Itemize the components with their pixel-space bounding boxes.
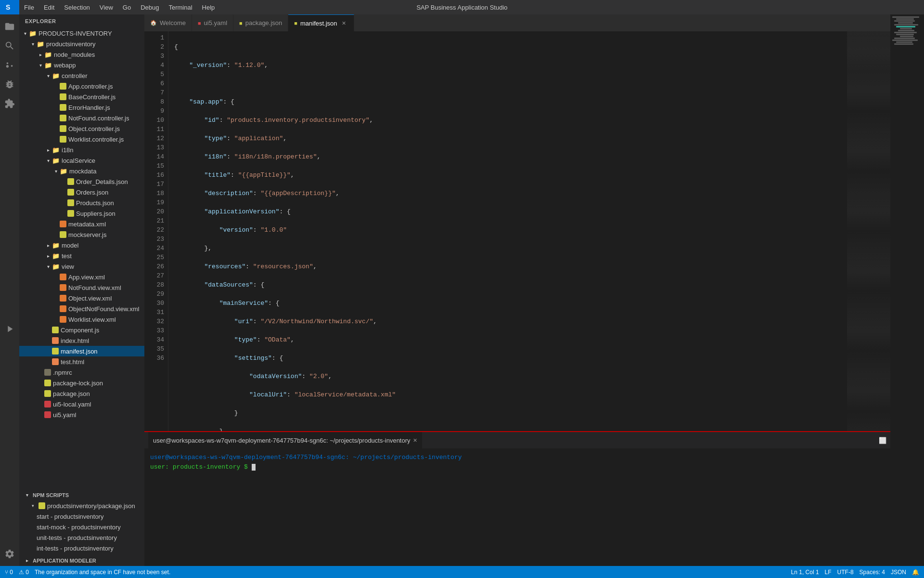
terminal-expand-icon[interactable]: ⬜	[879, 437, 886, 444]
status-notifications[interactable]: 🔔	[912, 569, 919, 576]
tree-item-products[interactable]: Products.json	[19, 197, 144, 208]
tab-manifestjson[interactable]: ■ manifest.json ✕	[288, 14, 354, 31]
menu-file[interactable]: File	[19, 0, 39, 14]
tree-label: index.html	[61, 337, 89, 344]
status-indentation[interactable]: Spaces: 4	[860, 569, 885, 576]
tree-item-ui5-yaml[interactable]: ui5.yaml	[19, 409, 144, 420]
status-encoding[interactable]: UTF-8	[837, 569, 854, 576]
activity-icon-extensions[interactable]	[0, 94, 19, 113]
tree-label: Products.json	[76, 199, 114, 207]
activity-icon-scm[interactable]	[0, 55, 19, 75]
tree-item-base-controller[interactable]: BaseController.js	[19, 92, 144, 102]
tree-item-ui5-local-yaml[interactable]: ui5-local.yaml	[19, 399, 144, 409]
tab-ui5yaml[interactable]: ■ ui5.yaml	[192, 14, 233, 31]
activity-icon-settings[interactable]	[0, 544, 19, 564]
menu-terminal[interactable]: Terminal	[164, 0, 197, 14]
npm-script-start[interactable]: start - productsinventory	[19, 511, 144, 522]
file-icon	[38, 502, 45, 509]
tree-item-package-lock[interactable]: package-lock.json	[19, 378, 144, 388]
terminal-tab[interactable]: user@workspaces-ws-w7qvm-deployment-7647…	[148, 432, 422, 449]
tab-bar: 🏠 Welcome ■ ui5.yaml ■ package.json ■ ma…	[144, 14, 890, 31]
tree-item-manifest[interactable]: manifest.json	[19, 346, 144, 356]
tree-item-controller[interactable]: 📁 controller	[19, 70, 144, 81]
tree-item-products-inventory[interactable]: 📁 PRODUCTS-INVENTORY	[19, 28, 144, 39]
tree-item-mockserver[interactable]: mockserver.js	[19, 229, 144, 240]
tree-label: manifest.json	[61, 348, 98, 355]
tree-arrow	[29, 40, 37, 48]
menu-debug[interactable]: Debug	[136, 0, 164, 14]
activity-icon-run[interactable]	[0, 319, 19, 339]
tree-item-object-view[interactable]: Object.view.xml	[19, 293, 144, 303]
tree-item-test[interactable]: 📁 test	[19, 250, 144, 261]
tree-item-local-service[interactable]: 📁 localService	[19, 155, 144, 166]
tab-packagejson[interactable]: ■ package.json	[233, 14, 288, 31]
tree-item-object-controller[interactable]: Object.controller.js	[19, 123, 144, 134]
tree-item-mockdata[interactable]: 📁 mockdata	[19, 166, 144, 176]
tree-item-webapp[interactable]: 📁 webapp	[19, 60, 144, 70]
status-line-ending[interactable]: LF	[825, 569, 832, 576]
tree-item-package-json[interactable]: package.json	[19, 388, 144, 399]
npm-scripts-header[interactable]: NPM SCRIPTS	[19, 490, 144, 500]
window-title: SAP Business Application Studio	[416, 4, 507, 11]
folder-icon: 📁	[52, 263, 60, 270]
tree-arrow	[23, 491, 31, 499]
npm-script-unit-tests[interactable]: unit-tests - productsinventory	[19, 532, 144, 543]
npm-script-start-mock[interactable]: start-mock - productsinventory	[19, 522, 144, 532]
tree-item-app-controller[interactable]: App.controller.js	[19, 81, 144, 92]
file-icon	[60, 104, 66, 111]
status-language[interactable]: JSON	[891, 569, 906, 576]
tree-item-app-view[interactable]: App.view.xml	[19, 272, 144, 282]
tree-item-model[interactable]: 📁 model	[19, 240, 144, 250]
editor-content-area: 12345 678910 1112131415 1617181920 21222…	[144, 31, 890, 431]
tab-welcome[interactable]: 🏠 Welcome	[144, 14, 192, 31]
menu-selection[interactable]: Selection	[59, 0, 94, 14]
activity-icon-files[interactable]	[0, 17, 19, 36]
menu-view[interactable]: View	[95, 0, 118, 14]
status-bar: ⑂ 0 ⚠ 0 The organization and space in CF…	[0, 566, 924, 578]
tab-close-button[interactable]: ✕	[340, 19, 348, 27]
tree-item-test-html[interactable]: test.html	[19, 356, 144, 367]
menu-help[interactable]: Help	[197, 0, 220, 14]
npm-group-item[interactable]: productsinventory/package.json	[19, 500, 144, 511]
tree-item-notfound-view[interactable]: NotFound.view.xml	[19, 282, 144, 293]
tree-item-notfound-controller[interactable]: NotFound.controller.js	[19, 113, 144, 123]
activity-icon-search[interactable]	[0, 36, 19, 55]
tree-item-orders[interactable]: Orders.json	[19, 187, 144, 197]
code-content[interactable]: { "_version": "1.12.0", "sap.app": { "id…	[168, 31, 847, 431]
folder-icon: 📁	[60, 168, 67, 175]
activity-icon-debug[interactable]	[0, 75, 19, 94]
app-modeler-header[interactable]: APPLICATION MODELER	[19, 555, 144, 566]
tab-label: Welcome	[160, 19, 186, 26]
tree-item-view[interactable]: 📁 view	[19, 261, 144, 272]
tree-item-index-html[interactable]: index.html	[19, 335, 144, 346]
npm-script-int-tests[interactable]: int-tests - productsinventory	[19, 543, 144, 553]
tree-item-component[interactable]: Component.js	[19, 325, 144, 335]
status-cursor-pos[interactable]: Ln 1, Col 1	[791, 569, 819, 576]
tree-item-productsinventory[interactable]: 📁 productsinventory	[19, 39, 144, 49]
status-errors[interactable]: ⚠ 0	[19, 569, 29, 576]
tree-label: Suppliers.json	[76, 210, 116, 217]
terminal-content[interactable]: user@workspaces-ws-w7qvm-deployment-7647…	[144, 449, 890, 566]
tree-item-metadata-xml[interactable]: metadata.xml	[19, 219, 144, 229]
status-git[interactable]: ⑂ 0	[5, 569, 13, 576]
tree-arrow	[37, 61, 44, 69]
file-icon	[60, 231, 66, 238]
menu-go[interactable]: Go	[118, 0, 136, 14]
tree-item-i18n[interactable]: 📁 i18n	[19, 144, 144, 155]
menu-edit[interactable]: Edit	[39, 0, 59, 14]
tree-item-worklist-view[interactable]: Worklist.view.xml	[19, 314, 144, 325]
tree-item-worklist-controller[interactable]: Worklist.controller.js	[19, 134, 144, 144]
file-icon	[60, 136, 66, 143]
tab-icon: ■	[198, 20, 201, 26]
tree-item-suppliers[interactable]: Suppliers.json	[19, 208, 144, 219]
tree-item-npmrc[interactable]: .npmrc	[19, 367, 144, 378]
tree-label: Worklist.controller.js	[68, 136, 124, 143]
npm-script-label: int-tests - productsinventory	[37, 545, 114, 552]
tree-item-error-handler[interactable]: ErrorHandler.js	[19, 102, 144, 113]
tree-item-objectnotfound-view[interactable]: ObjectNotFound.view.xml	[19, 303, 144, 314]
tree-arrow	[44, 241, 52, 249]
tree-item-order-details[interactable]: Order_Details.json	[19, 176, 144, 187]
tree-item-node-modules[interactable]: 📁 node_modules	[19, 49, 144, 60]
terminal-tab-close[interactable]: ✕	[413, 437, 417, 444]
terminal-tab-bar: user@workspaces-ws-w7qvm-deployment-7647…	[144, 432, 890, 449]
